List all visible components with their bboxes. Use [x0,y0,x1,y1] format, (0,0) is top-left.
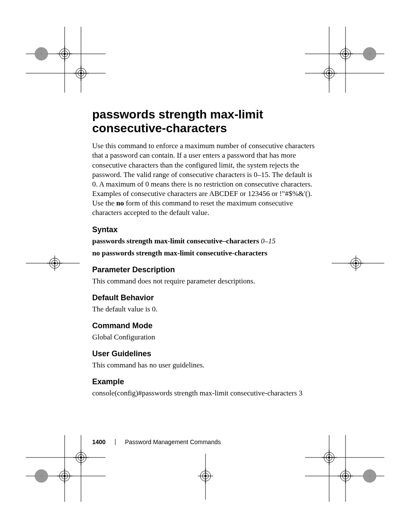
section-heading-default-behavior: Default Behavior [92,293,316,302]
page: passwords strength max-limit consecutive… [0,0,411,532]
syntax-line-1: passwords strength max-limit consecutive… [92,237,316,246]
section-heading-syntax: Syntax [92,225,316,234]
page-number: 1400 [92,439,106,445]
description-paragraph: Use this command to enforce a maximum nu… [92,141,316,218]
footer-section-name: Password Management Commands [125,439,221,445]
user-guidelines-text: This command has no user guidelines. [92,361,316,370]
param-desc-text: This command does not require parameter … [92,277,316,286]
content-area: passwords strength max-limit consecutive… [92,108,316,398]
page-title: passwords strength max-limit consecutive… [92,108,316,135]
example-text: console(config)#passwords strength max-l… [92,389,316,398]
command-mode-text: Global Configuration [92,333,316,342]
section-heading-example: Example [92,377,316,386]
page-footer: 1400 Password Management Commands [92,439,221,445]
default-behavior-text: The default value is 0. [92,305,316,314]
section-heading-user-guidelines: User Guidelines [92,349,316,358]
syntax-arg: 0–15 [261,237,276,245]
syntax-line-2: no passwords strength max-limit consecut… [92,249,316,258]
section-heading-param-desc: Parameter Description [92,265,316,274]
footer-divider [115,439,115,445]
section-heading-command-mode: Command Mode [92,321,316,330]
syntax-command: passwords strength max-limit consecutive… [92,237,259,245]
